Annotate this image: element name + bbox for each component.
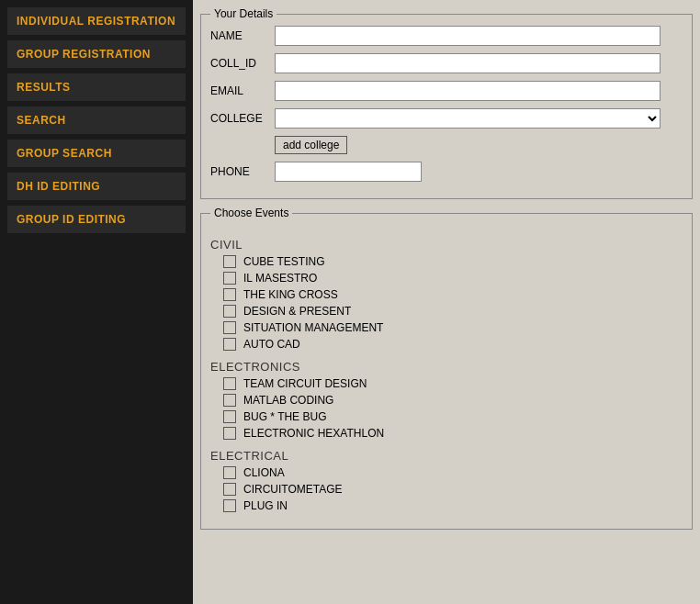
category-electrical: ELECTRICALCLIONACIRCUITOMETAGEPLUG IN (210, 449, 683, 512)
event-label: CIRCUITOMETAGE (243, 483, 343, 496)
results-button[interactable]: RESULTS (7, 73, 186, 101)
events-container: CIVILCUBE TESTINGIL MASESTROTHE KING CRO… (210, 225, 683, 520)
dh-id-editing-button[interactable]: DH ID EDITING (7, 173, 186, 200)
email-input[interactable] (275, 81, 660, 101)
event-label: IL MASESTRO (243, 272, 317, 285)
choose-events-legend: Choose Events (210, 207, 292, 219)
event-item: ELECTRONIC HEXATHLON (223, 427, 683, 440)
event-checkbox-0-4[interactable] (223, 321, 236, 334)
event-label: ELECTRONIC HEXATHLON (243, 427, 384, 440)
sidebar: INDIVIDUAL REGISTRATIONGROUP REGISTRATIO… (0, 0, 193, 604)
event-checkbox-0-2[interactable] (223, 288, 236, 301)
event-item: CLIONA (223, 466, 683, 479)
event-item: THE KING CROSS (223, 288, 683, 301)
event-label: SITUATION MANAGEMENT (243, 321, 383, 334)
your-details-legend: Your Details (210, 7, 277, 20)
event-item: MATLAB CODING (223, 394, 683, 407)
group-search-button[interactable]: GROUP SEARCH (7, 140, 186, 167)
event-checkbox-0-1[interactable] (223, 272, 236, 285)
event-label: BUG * THE BUG (243, 410, 326, 423)
name-input[interactable] (275, 26, 660, 46)
group-registration-button[interactable]: GROUP REGISTRATION (7, 40, 186, 68)
category-label-2: ELECTRICAL (210, 449, 683, 463)
event-checkbox-0-0[interactable] (223, 255, 236, 268)
event-item: PLUG IN (223, 499, 683, 512)
event-label: MATLAB CODING (243, 394, 333, 407)
event-checkbox-1-0[interactable] (223, 377, 236, 390)
event-item: TEAM CIRCUIT DESIGN (223, 377, 683, 390)
event-checkbox-2-0[interactable] (223, 466, 236, 479)
category-electronics: ELECTRONICSTEAM CIRCUIT DESIGNMATLAB COD… (210, 360, 683, 440)
individual-registration-button[interactable]: INDIVIDUAL REGISTRATION (7, 7, 186, 35)
add-college-button[interactable]: add college (275, 136, 347, 154)
event-label: CLIONA (243, 466, 285, 479)
college-select[interactable] (275, 108, 660, 129)
phone-label: PHONE (210, 165, 275, 178)
college-row: COLLEGE (210, 108, 683, 129)
event-checkbox-0-5[interactable] (223, 338, 236, 351)
event-item: CUBE TESTING (223, 255, 683, 268)
event-label: CUBE TESTING (243, 255, 324, 268)
email-label: EMAIL (210, 84, 275, 97)
event-item: AUTO CAD (223, 338, 683, 351)
email-row: EMAIL (210, 81, 683, 101)
coll-id-input[interactable] (275, 53, 660, 73)
event-label: AUTO CAD (243, 338, 300, 351)
event-item: BUG * THE BUG (223, 410, 683, 423)
phone-input[interactable] (275, 162, 422, 182)
name-row: NAME (210, 26, 683, 46)
event-checkbox-1-1[interactable] (223, 394, 236, 407)
event-label: TEAM CIRCUIT DESIGN (243, 377, 367, 390)
event-label: PLUG IN (243, 499, 288, 512)
your-details-section: Your Details NAME COLL_ID EMAIL COLLEGE … (200, 7, 693, 199)
search-button[interactable]: SEARCH (7, 106, 186, 134)
category-label-1: ELECTRONICS (210, 360, 683, 374)
add-college-row: add college (210, 136, 683, 162)
name-label: NAME (210, 29, 275, 42)
event-label: THE KING CROSS (243, 288, 338, 301)
event-item: SITUATION MANAGEMENT (223, 321, 683, 334)
event-checkbox-2-2[interactable] (223, 499, 236, 512)
category-label-0: CIVIL (210, 238, 683, 252)
event-checkbox-1-2[interactable] (223, 410, 236, 423)
event-checkbox-1-3[interactable] (223, 427, 236, 440)
event-checkbox-2-1[interactable] (223, 483, 236, 496)
college-label: COLLEGE (210, 112, 275, 125)
event-label: DESIGN & PRESENT (243, 305, 351, 318)
phone-row: PHONE (210, 162, 683, 182)
event-checkbox-0-3[interactable] (223, 305, 236, 318)
event-item: DESIGN & PRESENT (223, 305, 683, 318)
event-item: CIRCUITOMETAGE (223, 483, 683, 496)
coll-id-label: COLL_ID (210, 57, 275, 70)
group-id-editing-button[interactable]: GROUP ID EDITING (7, 206, 186, 233)
main-content: Your Details NAME COLL_ID EMAIL COLLEGE … (193, 0, 700, 604)
event-item: IL MASESTRO (223, 272, 683, 285)
coll-id-row: COLL_ID (210, 53, 683, 73)
choose-events-section: Choose Events CIVILCUBE TESTINGIL MASEST… (200, 207, 693, 530)
category-civil: CIVILCUBE TESTINGIL MASESTROTHE KING CRO… (210, 238, 683, 351)
